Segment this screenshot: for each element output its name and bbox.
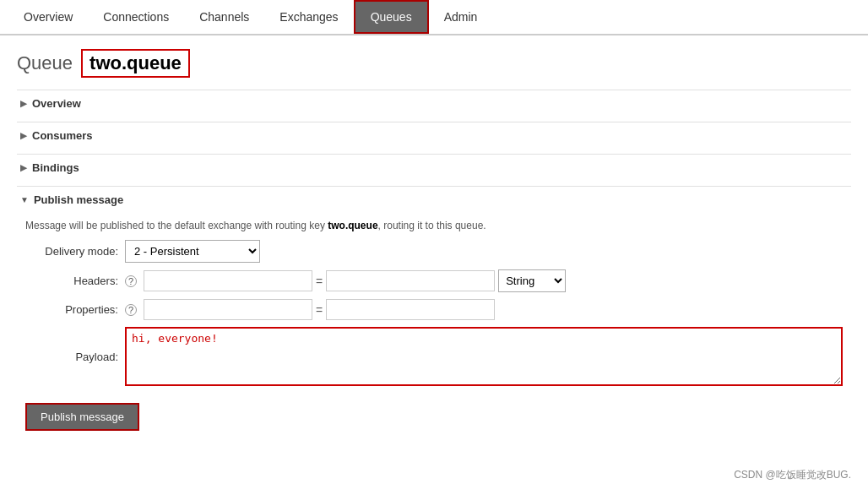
headers-eq-sign: = bbox=[316, 275, 323, 288]
publish-section: ▼ Publish message Message will be publis… bbox=[17, 186, 851, 446]
nav-channels[interactable]: Channels bbox=[184, 2, 264, 32]
main-content: Queue two.queue ▶ Overview ▶ Consumers ▶… bbox=[0, 35, 868, 460]
publish-message-button[interactable]: Publish message bbox=[25, 403, 139, 431]
routing-key: two.queue bbox=[328, 220, 377, 231]
headers-type-select[interactable]: String Number Boolean bbox=[498, 269, 566, 292]
delivery-mode-row: Delivery mode: 1 - Non-persistent 2 - Pe… bbox=[25, 240, 843, 263]
consumers-arrow-icon: ▶ bbox=[20, 131, 27, 140]
queue-title-row: Queue two.queue bbox=[17, 49, 851, 78]
publish-section-header[interactable]: ▼ Publish message bbox=[17, 187, 851, 213]
headers-label: Headers: bbox=[25, 275, 118, 287]
publish-info-text: Message will be published to the default… bbox=[25, 220, 843, 231]
payload-textarea[interactable]: hi, everyone! bbox=[125, 327, 843, 386]
queue-prefix-label: Queue bbox=[17, 52, 73, 74]
delivery-mode-select[interactable]: 1 - Non-persistent 2 - Persistent bbox=[125, 240, 260, 263]
headers-val-input[interactable] bbox=[326, 270, 495, 291]
headers-inputs: = String Number Boolean bbox=[144, 269, 843, 292]
bindings-arrow-icon: ▶ bbox=[20, 163, 27, 172]
properties-val-input[interactable] bbox=[326, 299, 495, 320]
footer-text: CSDN @吃饭睡觉改BUG. bbox=[734, 468, 851, 482]
headers-help-icon[interactable]: ? bbox=[125, 275, 137, 287]
nav-connections[interactable]: Connections bbox=[88, 2, 184, 32]
properties-label: Properties: bbox=[25, 303, 118, 316]
info-text-before: Message will be published to the default… bbox=[25, 220, 328, 231]
queue-name: two.queue bbox=[81, 49, 190, 78]
footer: CSDN @吃饭睡觉改BUG. bbox=[0, 460, 868, 484]
consumers-section-label: Consumers bbox=[32, 129, 93, 142]
nav-admin[interactable]: Admin bbox=[429, 2, 493, 32]
properties-row: Properties: ? = bbox=[25, 299, 843, 320]
headers-row: Headers: ? = String Number Boolean bbox=[25, 269, 843, 292]
properties-eq-sign: = bbox=[316, 303, 323, 317]
consumers-section-header[interactable]: ▶ Consumers bbox=[17, 122, 851, 149]
properties-key-input[interactable] bbox=[144, 299, 312, 320]
headers-key-input[interactable] bbox=[144, 270, 312, 291]
bindings-section-label: Bindings bbox=[32, 161, 79, 174]
info-text-after: , routing it to this queue. bbox=[378, 220, 486, 231]
publish-arrow-icon: ▼ bbox=[20, 195, 29, 204]
payload-row: Payload: hi, everyone! bbox=[25, 327, 843, 386]
nav-queues[interactable]: Queues bbox=[354, 0, 429, 34]
properties-inputs: = bbox=[144, 299, 843, 320]
publish-section-label: Publish message bbox=[34, 193, 123, 206]
properties-help-icon[interactable]: ? bbox=[125, 304, 137, 316]
overview-section-header[interactable]: ▶ Overview bbox=[17, 90, 851, 117]
delivery-mode-label: Delivery mode: bbox=[25, 245, 118, 258]
payload-label: Payload: bbox=[25, 351, 118, 363]
consumers-section: ▶ Consumers bbox=[17, 122, 851, 149]
overview-section-label: Overview bbox=[32, 97, 81, 110]
nav-overview[interactable]: Overview bbox=[8, 2, 88, 32]
overview-section: ▶ Overview bbox=[17, 90, 851, 117]
nav-bar: Overview Connections Channels Exchanges … bbox=[0, 0, 868, 35]
bindings-section-header[interactable]: ▶ Bindings bbox=[17, 155, 851, 181]
overview-arrow-icon: ▶ bbox=[20, 99, 27, 108]
nav-exchanges[interactable]: Exchanges bbox=[264, 2, 353, 32]
bindings-section: ▶ Bindings bbox=[17, 154, 851, 181]
publish-body: Message will be published to the default… bbox=[17, 213, 851, 438]
